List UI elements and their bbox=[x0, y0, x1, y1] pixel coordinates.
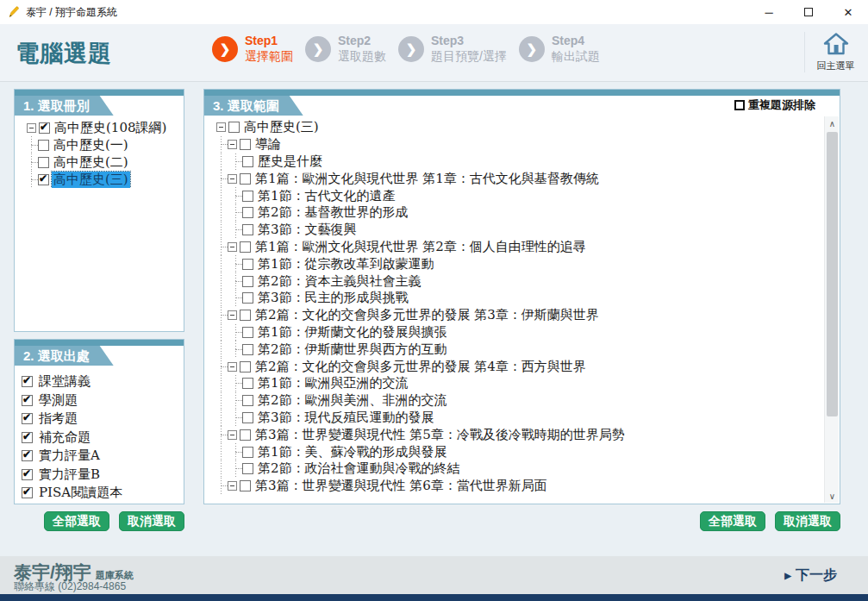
tree-node-label[interactable]: 歷史是什麼 bbox=[256, 153, 324, 170]
step-indicator[interactable]: ❯Step1選擇範圍 bbox=[212, 34, 293, 64]
maximize-button[interactable] bbox=[789, 0, 828, 24]
tree-node-label[interactable]: 第1節：歐洲與亞洲的交流 bbox=[256, 375, 410, 391]
tree-row[interactable]: 第2篇：文化的交會與多元世界的發展 第3章：伊斯蘭與世界 bbox=[209, 307, 821, 324]
tree-node-label[interactable]: 第2節：資本主義與社會主義 bbox=[256, 273, 423, 290]
tree-row[interactable]: 第3節：民主的形成與挑戰 bbox=[209, 290, 821, 307]
tree-row[interactable]: 第1節：從宗教改革到啟蒙運動 bbox=[209, 255, 821, 272]
tree-checkbox[interactable] bbox=[240, 480, 251, 491]
tree-checkbox[interactable] bbox=[240, 429, 251, 441]
tree-row[interactable]: 第2節：資本主義與社會主義 bbox=[209, 272, 821, 290]
collapse-minus-icon[interactable] bbox=[216, 122, 226, 132]
source-checkbox[interactable] bbox=[22, 395, 33, 406]
dedupe-checkbox[interactable] bbox=[734, 100, 745, 110]
tree-checkbox[interactable] bbox=[242, 344, 253, 355]
tree-row[interactable]: 第3節：文藝復興 bbox=[209, 222, 821, 239]
scope-scrollbar[interactable]: ∧ ∨ bbox=[824, 116, 839, 503]
tree-checkbox[interactable] bbox=[240, 139, 251, 150]
tree-node-label[interactable]: 第2篇：文化的交會與多元世界的發展 第3章：伊斯蘭與世界 bbox=[253, 307, 601, 323]
tree-node-label[interactable]: 第2節：歐洲與美洲、非洲的交流 bbox=[256, 392, 449, 409]
next-step-button[interactable]: ▶ 下一步 bbox=[784, 567, 837, 585]
tree-checkbox[interactable] bbox=[242, 207, 253, 218]
tree-checkbox[interactable] bbox=[240, 241, 251, 253]
source-checkbox[interactable] bbox=[22, 450, 33, 461]
tree-row[interactable]: 第3篇：世界變遷與現代性 第6章：當代世界新局面 bbox=[209, 478, 821, 495]
tree-node-label[interactable]: 高中歷史(一) bbox=[52, 137, 130, 153]
tree-checkbox[interactable] bbox=[38, 140, 49, 151]
home-menu-button[interactable]: 回主選單 bbox=[804, 32, 859, 72]
collapse-minus-icon[interactable] bbox=[228, 481, 237, 491]
tree-checkbox[interactable] bbox=[242, 447, 253, 458]
source-item[interactable]: 補充命題 bbox=[22, 429, 180, 448]
collapse-minus-icon[interactable] bbox=[228, 430, 237, 440]
source-item[interactable]: PISA閱讀題本 bbox=[22, 484, 180, 503]
collapse-minus-icon[interactable] bbox=[228, 362, 237, 372]
source-item[interactable]: 實力評量A bbox=[22, 447, 180, 466]
tree-checkbox[interactable] bbox=[242, 259, 253, 270]
tree-checkbox[interactable] bbox=[38, 174, 49, 185]
scrollbar-up-icon[interactable]: ∧ bbox=[825, 116, 840, 130]
tree-row[interactable]: 第2節：歐洲與美洲、非洲的交流 bbox=[209, 392, 821, 410]
tree-row[interactable]: 高中歷史(108課綱) bbox=[20, 119, 180, 136]
tree-checkbox[interactable] bbox=[242, 327, 253, 338]
source-item[interactable]: 學測題 bbox=[22, 391, 180, 410]
collapse-minus-icon[interactable] bbox=[228, 140, 237, 149]
tree-checkbox[interactable] bbox=[242, 224, 253, 235]
tree-row[interactable]: 歷史是什麼 bbox=[209, 153, 821, 171]
tree-row[interactable]: 第2節：伊斯蘭世界與西方的互動 bbox=[209, 341, 821, 358]
tree-row[interactable]: 第2篇：文化的交會與多元世界的發展 第4章：西方與世界 bbox=[209, 358, 821, 375]
tree-checkbox[interactable] bbox=[242, 412, 253, 423]
source-item[interactable]: 課堂講義 bbox=[22, 372, 180, 391]
tree-checkbox[interactable] bbox=[240, 361, 251, 372]
tree-row[interactable]: 導論 bbox=[209, 136, 821, 153]
tree-node-label[interactable]: 高中歷史(108課綱) bbox=[53, 120, 168, 136]
tree-row[interactable]: 第2節：政治社會運動與冷戰的終結 bbox=[209, 460, 821, 478]
source-item[interactable]: 實力評量B bbox=[22, 466, 180, 485]
tree-node-label[interactable]: 導論 bbox=[253, 136, 283, 153]
collapse-minus-icon[interactable] bbox=[228, 174, 237, 184]
scope-select-all-button[interactable]: 全部選取 bbox=[700, 511, 765, 531]
tree-checkbox[interactable] bbox=[240, 173, 251, 185]
collapse-minus-icon[interactable] bbox=[228, 310, 237, 320]
source-checkbox[interactable] bbox=[22, 469, 33, 480]
tree-checkbox[interactable] bbox=[242, 395, 253, 406]
tree-node-label[interactable]: 高中歷史(二) bbox=[52, 154, 130, 171]
tree-row[interactable]: 第1節：古代文化的遺產 bbox=[209, 187, 821, 204]
source-checkbox[interactable] bbox=[22, 413, 33, 424]
tree-node-label[interactable]: 第2節：伊斯蘭世界與西方的互動 bbox=[256, 341, 449, 358]
tree-node-label[interactable]: 第1篇：歐洲文化與現代世界 第2章：個人自由理性的追尋 bbox=[253, 239, 588, 255]
tree-node-label[interactable]: 第2節：基督教世界的形成 bbox=[256, 204, 410, 221]
tree-checkbox[interactable] bbox=[242, 156, 253, 167]
tree-node-label[interactable]: 第3節：現代反殖民運動的發展 bbox=[256, 410, 436, 426]
tree-node-label[interactable]: 第1篇：歐洲文化與現代世界 第1章：古代文化與基督教傳統 bbox=[253, 171, 601, 187]
tree-checkbox[interactable] bbox=[242, 378, 253, 389]
tree-checkbox[interactable] bbox=[240, 310, 251, 321]
collapse-minus-icon[interactable] bbox=[228, 242, 237, 252]
scope-deselect-button[interactable]: 取消選取 bbox=[775, 511, 840, 531]
tree-checkbox[interactable] bbox=[228, 122, 240, 133]
tree-node-label[interactable]: 第1節：從宗教改革到啟蒙運動 bbox=[256, 256, 436, 272]
tree-row[interactable]: 第2節：基督教世界的形成 bbox=[209, 204, 821, 222]
tree-row[interactable]: 第3節：現代反殖民運動的發展 bbox=[209, 410, 821, 427]
source-checkbox[interactable] bbox=[22, 376, 33, 387]
volume-select-all-button[interactable]: 全部選取 bbox=[44, 511, 109, 531]
tree-checkbox[interactable] bbox=[242, 292, 253, 304]
tree-node-label[interactable]: 第1節：古代文化的遺產 bbox=[256, 188, 397, 204]
scrollbar-thumb[interactable] bbox=[827, 132, 838, 416]
tree-row[interactable]: 第1節：美、蘇冷戰的形成與發展 bbox=[209, 443, 821, 460]
source-checkbox[interactable] bbox=[22, 432, 33, 443]
tree-checkbox[interactable] bbox=[242, 191, 253, 202]
tree-checkbox[interactable] bbox=[242, 463, 253, 474]
tree-node-label[interactable]: 第3篇：世界變遷與現代性 第6章：當代世界新局面 bbox=[253, 478, 549, 494]
tree-node-label[interactable]: 第3節：民主的形成與挑戰 bbox=[256, 290, 410, 306]
tree-row[interactable]: 第1節：伊斯蘭文化的發展與擴張 bbox=[209, 324, 821, 341]
tree-row[interactable]: 第1節：歐洲與亞洲的交流 bbox=[209, 375, 821, 392]
tree-node-label[interactable]: 高中歷史(三) bbox=[242, 119, 321, 135]
tree-row[interactable]: 高中歷史(二) bbox=[20, 153, 180, 171]
tree-node-label[interactable]: 第3節：文藝復興 bbox=[256, 222, 359, 238]
tree-checkbox[interactable] bbox=[39, 122, 50, 134]
collapse-minus-icon[interactable] bbox=[27, 123, 36, 133]
tree-row[interactable]: 第1篇：歐洲文化與現代世界 第1章：古代文化與基督教傳統 bbox=[209, 170, 821, 187]
scrollbar-down-icon[interactable]: ∨ bbox=[825, 489, 840, 503]
tree-node-label[interactable]: 第2篇：文化的交會與多元世界的發展 第4章：西方與世界 bbox=[253, 359, 588, 375]
tree-node-label[interactable]: 第3篇：世界變遷與現代性 第5章：冷戰及後冷戰時期的世界局勢 bbox=[253, 427, 627, 443]
